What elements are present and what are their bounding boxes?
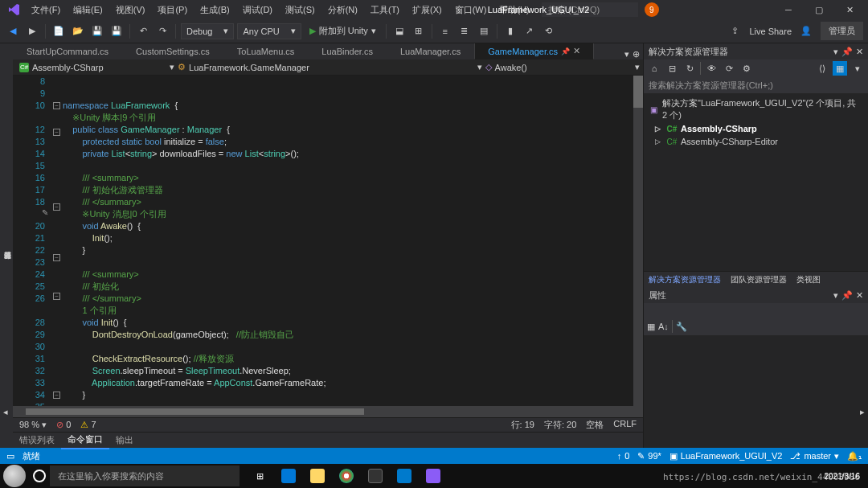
windows-search[interactable]: 在这里输入你要搜索的内容 [50,465,240,486]
props-dropdown-icon[interactable]: ▾ [833,290,838,301]
platform-dropdown[interactable]: Any CPU▾ [237,23,301,39]
alpha-icon[interactable]: A↓ [658,322,669,331]
bottom-tab-命令窗口[interactable]: 命令窗口 [61,431,109,449]
branch-name[interactable]: ⎇ master ▾ [790,451,839,461]
code-content[interactable]: namespace LuaFramework { ※Unity 脚本|9 个引用… [63,76,643,406]
error-count[interactable]: ⊘ 0 [56,420,71,430]
tool-icon-7[interactable]: ↗ [522,23,538,39]
fold-column[interactable]: −−−−−− [51,76,63,406]
tool-icon-5[interactable]: ▤ [476,23,492,39]
tab-ToLuaMenu.cs[interactable]: ToLuaMenu.cs [223,43,309,59]
new-project-icon[interactable]: 📄 [51,23,67,39]
open-icon[interactable]: 📂 [70,23,86,39]
add-to-source[interactable]: ↑ 0 [617,451,630,461]
quick-search[interactable]: 搜索 (Ctrl+Q) [542,2,638,17]
undo-icon[interactable]: ↶ [135,23,151,39]
tool-icon-1[interactable]: ⬓ [391,23,407,39]
menu-工具(T)[interactable]: 工具(T) [365,2,405,18]
notifications-icon[interactable]: 🔔₁ [847,451,862,461]
server-explorer-rail[interactable]: 服务器资源管理器 [0,43,13,448]
save-icon[interactable]: 💾 [89,23,105,39]
panel-close-icon[interactable]: ✕ [856,47,863,57]
tab-add-icon[interactable]: ⊕ [633,49,640,59]
tab-LuaManager.cs[interactable]: LuaManager.cs [387,43,474,59]
liveshare-icon[interactable]: ⇪ [727,23,743,39]
collapse-icon[interactable]: ⊟ [665,61,679,76]
warning-count[interactable]: ⚠ 7 [80,420,96,430]
properties-icon[interactable]: ⚙ [739,61,754,76]
tool-icon-8[interactable]: ⟲ [541,23,557,39]
cortana-icon[interactable] [29,465,50,486]
zoom-level[interactable]: 98 % ▾ [19,420,47,430]
tab-LuaBinder.cs[interactable]: LuaBinder.cs [308,43,387,59]
home-icon[interactable]: ⌂ [647,61,661,76]
breadcrumb-namespace[interactable]: ▾ ⚙LuaFramework.GameManager [110,62,370,72]
filter-icon[interactable]: ▾ [850,61,865,76]
back-icon[interactable]: ◀ [5,23,21,39]
visual-studio-icon[interactable] [420,464,447,488]
project-assembly-csharp-editor[interactable]: ▷C#Assembly-CSharp-Editor [645,135,866,148]
tab-CustomSettings.cs[interactable]: CustomSettings.cs [122,43,223,59]
tab-GameManager.cs[interactable]: GameManager.cs📌✕ [474,43,594,59]
mini-tab-0[interactable]: 解决方案资源管理器 [644,273,726,287]
panel-pin-icon[interactable]: 📌 [841,47,853,57]
eol-mode[interactable]: CRLF [613,419,637,431]
notification-badge[interactable]: 9 [645,2,659,17]
panel-dropdown-icon[interactable]: ▾ [833,47,838,57]
menu-视图(V)[interactable]: 视图(V) [110,2,151,18]
wrench-icon[interactable]: 🔧 [676,322,687,332]
indent-mode[interactable]: 空格 [586,419,604,431]
vscode-icon[interactable] [391,464,418,488]
menu-文件(F)[interactable]: 文件(F) [26,2,66,18]
mini-tab-2[interactable]: 类视图 [792,273,825,287]
maximize-button[interactable]: ▢ [804,0,834,19]
menu-生成(B)[interactable]: 生成(B) [194,2,235,18]
explorer-icon[interactable] [304,464,331,488]
project-assembly-csharp[interactable]: ▷C#Assembly-CSharp [645,122,866,135]
menu-分析(N)[interactable]: 分析(N) [322,2,363,18]
mini-tab-1[interactable]: 团队资源管理器 [726,273,792,287]
breadcrumb-project[interactable]: C#Assembly-CSharp [16,63,107,72]
menu-扩展(X)[interactable]: 扩展(X) [407,2,448,18]
solution-tree[interactable]: ▣解决方案"LuaFramework_UGUI_V2"(2 个项目, 共 2 个… [644,93,868,271]
bottom-tab-错误列表[interactable]: 错误列表 [13,432,61,449]
preview-icon[interactable]: ▦ [833,61,847,76]
breadcrumb-member[interactable]: ▾ ◇Awake() [372,62,632,72]
menu-测试(S)[interactable]: 测试(S) [280,2,321,18]
props-close-icon[interactable]: ✕ [856,290,863,301]
feedback-icon[interactable]: 👤 [798,23,814,39]
tool-icon-4[interactable]: ≣ [457,23,473,39]
attach-unity-button[interactable]: ▶附加到 Unity▾ [305,23,381,39]
show-all-icon[interactable]: 👁 [704,61,719,76]
categorize-icon[interactable]: ▦ [647,322,655,332]
solution-root[interactable]: ▣解决方案"LuaFramework_UGUI_V2"(2 个项目, 共 2 个… [645,96,866,122]
tool-icon-6[interactable]: ▮ [502,23,518,39]
minimize-button[interactable]: ─ [773,0,804,19]
chrome-icon[interactable] [333,464,360,488]
tool-icon-3[interactable]: ≡ [437,23,453,39]
vertical-scrollbar[interactable] [633,76,643,406]
code-editor[interactable]: 8910121314151617182021222324252628293031… [13,76,643,406]
tool-icon-2[interactable]: ⊞ [411,23,427,39]
menu-编辑(E)[interactable]: 编辑(E) [68,2,108,18]
menu-窗口(W)[interactable]: 窗口(W) [449,2,493,18]
edge-icon[interactable] [275,464,302,488]
horizontal-scrollbar[interactable]: ◂ ▸ [13,406,643,417]
app-icon-1[interactable] [362,464,389,488]
menu-帮助(H)[interactable]: 帮助(H) [493,2,534,18]
menu-调试(D)[interactable]: 调试(D) [237,2,278,18]
liveshare-label[interactable]: Live Share [749,27,792,36]
menu-项目(P)[interactable]: 项目(P) [152,2,193,18]
view-code-icon[interactable]: ⟨⟩ [815,61,829,76]
config-dropdown[interactable]: Debug▾ [181,23,234,39]
save-all-icon[interactable]: 💾 [108,23,125,39]
user-avatar-icon[interactable] [3,465,26,487]
tab-StartUpCommand.cs[interactable]: StartUpCommand.cs [13,43,122,59]
redo-icon[interactable]: ↷ [154,23,170,39]
tab-overflow-icon[interactable]: ▾ [624,49,629,59]
refresh-icon[interactable]: ⟳ [722,61,736,76]
pending-changes[interactable]: ✎ 99* [637,451,661,461]
repo-name[interactable]: ▣ LuaFramework_UGUI_V2 [669,451,783,461]
solution-search[interactable]: 搜索解决方案资源管理器(Ctrl+;) [644,77,868,93]
close-button[interactable]: ✕ [834,0,865,19]
